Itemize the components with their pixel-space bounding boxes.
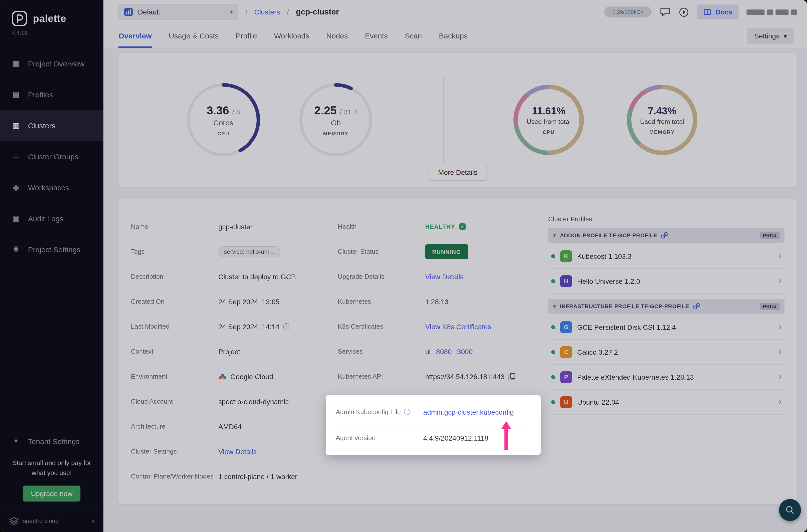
clusters-icon: ▥ (11, 121, 21, 130)
sidebar-item-clusters[interactable]: ▥ Clusters (0, 110, 104, 141)
sidebar-item-project-settings[interactable]: ✱ Project Settings (0, 234, 104, 265)
tab-backups[interactable]: Backups (439, 32, 468, 48)
tab-profile[interactable]: Profile (236, 32, 257, 48)
breadcrumb-separator: / (287, 8, 289, 16)
app-version: 4.4.19 (0, 29, 104, 43)
top-bar: Default ▾ / Clusters / gcp-cluster 1.29/… (104, 0, 807, 24)
admin-kubeconfig-link[interactable]: admin.gcp-cluster.kubeconfig (423, 408, 514, 416)
sidebar-item-project-overview[interactable]: ▦ Project Overview (0, 48, 104, 79)
sidebar-collapse-icon[interactable]: ‹ (92, 516, 94, 526)
top-right-cluster: 1.29/100kCh Do (604, 4, 797, 19)
row-nodes: Control Plane/Worker Nodes 1 control-pla… (131, 464, 331, 489)
project-selector[interactable]: Default ▾ (118, 4, 238, 20)
infrastructure-profile-header[interactable]: ▾ INFRASTRUCTURE PROFILE TF-GCP-PROFILE … (548, 299, 785, 314)
ubuntu-icon: U (560, 396, 572, 408)
status-dot-icon (551, 375, 555, 379)
row-architecture: Architecture AMD64 (131, 414, 331, 439)
search-fab-button[interactable] (779, 499, 801, 521)
cpu-used-value: 3.36 (207, 104, 229, 117)
project-chart-icon (124, 7, 133, 17)
cluster-profiles-column: Cluster Profiles ▾ ADDON PROFILE TF-GCP-… (536, 214, 785, 489)
cpu-unit: Cores (213, 118, 233, 127)
sidebar-nav: ▦ Project Overview ▤ Profiles ▥ Clusters… (0, 48, 104, 265)
chevron-right-icon: › (778, 347, 782, 357)
chevron-down-icon: ▾ (784, 32, 787, 40)
service-port-3000-link[interactable]: :3000 (455, 347, 473, 356)
row-kubernetes-api: Kubernetes API https://34.54.126.181:443 (338, 364, 536, 389)
tab-bar: Overview Usage & Costs Profile Workloads… (104, 24, 807, 48)
more-details-button[interactable]: More Details (429, 164, 487, 181)
chat-button[interactable] (660, 7, 671, 17)
row-tags: Tags service: hello-uni… (131, 239, 331, 264)
profile-item-ubuntu[interactable]: U Ubuntu 22.04 › (548, 390, 785, 415)
workspaces-icon: ◉ (11, 183, 21, 192)
agent-version-value: 4.4.9/20240912.1118 (423, 434, 488, 442)
upgrade-now-button[interactable]: Upgrade now (23, 486, 81, 501)
settings-button[interactable]: Settings ▾ (747, 28, 794, 44)
sidebar-item-cluster-groups[interactable]: ∴ Cluster Groups (0, 141, 104, 172)
spectro-cloud-logo-icon (9, 516, 19, 526)
row-cloud-account: Cloud Account spectro-cloud-dynamic (131, 389, 331, 414)
help-button[interactable] (679, 7, 689, 17)
row-upgrade-details: Upgrade Details View Details (338, 264, 536, 289)
sidebar-item-profiles[interactable]: ▤ Profiles (0, 79, 104, 110)
cpu-usage-caption: Used from total (527, 118, 571, 125)
info-icon[interactable]: ⓘ (283, 322, 289, 331)
sidebar-item-workspaces[interactable]: ◉ Workspaces (0, 172, 104, 203)
docs-button[interactable]: Docs (697, 4, 738, 19)
profile-item-palette-extended-kubernetes[interactable]: P Palette eXtended Kubernetes 1.28.13 › (548, 365, 785, 390)
tab-workloads[interactable]: Workloads (274, 32, 309, 48)
audit-logs-icon: ▣ (11, 214, 21, 223)
cpu-usage-label: CPU (543, 129, 555, 135)
row-cluster-status: Cluster Status RUNNING (338, 239, 536, 264)
service-name: ui (425, 347, 431, 356)
memory-gauge-label: MEMORY (323, 131, 348, 136)
memory-usage-caption: Used from total (640, 118, 684, 125)
tab-nodes[interactable]: Nodes (326, 32, 348, 48)
profile-item-hello-universe[interactable]: H Hello Universe 1.2.0 › (548, 269, 785, 294)
sidebar-item-label: Project Settings (28, 245, 80, 253)
docs-book-icon (703, 8, 712, 16)
scope-badge: PROJ (760, 302, 780, 310)
tour-arrow-icon (501, 421, 512, 450)
chevron-down-icon: ▾ (553, 232, 556, 239)
addon-profile-header[interactable]: ▾ ADDON PROFILE TF-GCP-PROFILE PROJ (548, 228, 785, 243)
upgrade-promo-text: Start small and only pay for what you us… (0, 454, 104, 481)
copy-icon[interactable] (508, 373, 516, 380)
link-icon (693, 303, 700, 310)
row-context: Context Project (131, 339, 331, 364)
tab-scan[interactable]: Scan (405, 32, 422, 48)
settings-button-label: Settings (754, 32, 780, 40)
sidebar-item-audit-logs[interactable]: ▣ Audit Logs (0, 203, 104, 234)
profile-item-calico[interactable]: C Calico 3.27.2 › (548, 340, 785, 365)
redacted-block (747, 9, 765, 15)
sidebar-item-tenant-settings[interactable]: ✦ Tenant Settings (0, 428, 104, 454)
tab-usage-costs[interactable]: Usage & Costs (169, 32, 219, 48)
row-cluster-settings: Cluster Settings View Details (131, 439, 331, 464)
sidebar-item-label: Cluster Groups (28, 152, 78, 160)
upgrade-view-details-link[interactable]: View Details (425, 272, 464, 281)
memory-usage-label: MEMORY (649, 129, 675, 135)
cluster-settings-view-details-link[interactable]: View Details (218, 447, 257, 455)
google-cloud-icon (218, 373, 227, 380)
info-icon[interactable]: ⓘ (404, 407, 410, 416)
tab-events[interactable]: Events (365, 32, 388, 48)
gce-persistent-disk-icon: G (560, 321, 572, 333)
profile-item-gce-persistent-disk[interactable]: G GCE Persistent Disk CSI 1.12.4 › (548, 315, 785, 340)
tab-overview[interactable]: Overview (118, 32, 152, 48)
profile-item-kubecost[interactable]: K Kubecost 1.103.3 › (548, 244, 785, 269)
view-k8s-certificates-link[interactable]: View K8s Certificates (425, 322, 491, 330)
cpu-total-value: / 8 (232, 108, 240, 116)
sidebar-item-label: Project Overview (28, 59, 85, 68)
compass-icon (679, 7, 689, 17)
service-port-8080-link[interactable]: :8080 (434, 347, 452, 356)
scope-badge: PROJ (760, 231, 780, 239)
row-health: Health HEALTHY ✓ (338, 214, 536, 239)
docs-button-label: Docs (716, 8, 733, 16)
search-icon (785, 505, 795, 515)
spotlight-card: Admin Kubeconfig File ⓘ admin.gcp-cluste… (326, 395, 541, 455)
project-overview-icon: ▦ (11, 59, 21, 68)
breadcrumb-clusters-link[interactable]: Clusters (254, 8, 280, 16)
link-icon (661, 232, 668, 239)
sidebar-item-label: Workspaces (28, 183, 69, 192)
